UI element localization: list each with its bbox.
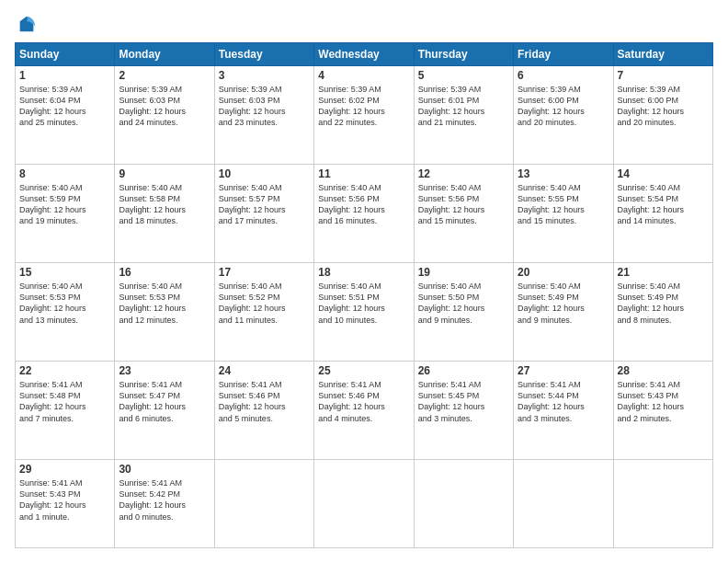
calendar-week-row: 22Sunrise: 5:41 AM Sunset: 5:48 PM Dayli… — [16, 362, 713, 460]
calendar-cell: 20Sunrise: 5:40 AM Sunset: 5:49 PM Dayli… — [514, 263, 613, 362]
cell-text: Sunrise: 5:39 AM Sunset: 6:00 PM Dayligh… — [618, 84, 709, 129]
calendar-day-header: Wednesday — [314, 43, 414, 66]
page: SundayMondayTuesdayWednesdayThursdayFrid… — [0, 0, 728, 563]
calendar-day-header: Monday — [115, 43, 214, 66]
calendar-cell: 1Sunrise: 5:39 AM Sunset: 6:04 PM Daylig… — [16, 66, 115, 165]
cell-text: Sunrise: 5:41 AM Sunset: 5:43 PM Dayligh… — [618, 379, 709, 424]
cell-text: Sunrise: 5:39 AM Sunset: 6:04 PM Dayligh… — [19, 84, 110, 129]
calendar-header-row: SundayMondayTuesdayWednesdayThursdayFrid… — [16, 43, 713, 66]
calendar-cell: 6Sunrise: 5:39 AM Sunset: 6:00 PM Daylig… — [514, 66, 613, 165]
cell-text: Sunrise: 5:41 AM Sunset: 5:45 PM Dayligh… — [418, 379, 509, 424]
day-number: 11 — [318, 167, 409, 180]
calendar-cell: 29Sunrise: 5:41 AM Sunset: 5:43 PM Dayli… — [16, 460, 115, 548]
day-number: 23 — [119, 364, 210, 377]
calendar-day-header: Thursday — [414, 43, 513, 66]
day-number: 25 — [318, 364, 409, 377]
calendar-cell: 4Sunrise: 5:39 AM Sunset: 6:02 PM Daylig… — [314, 66, 414, 165]
day-number: 14 — [618, 167, 709, 180]
cell-text: Sunrise: 5:40 AM Sunset: 5:58 PM Dayligh… — [119, 182, 210, 227]
calendar-week-row: 15Sunrise: 5:40 AM Sunset: 5:53 PM Dayli… — [16, 263, 713, 362]
calendar-week-row: 1Sunrise: 5:39 AM Sunset: 6:04 PM Daylig… — [16, 66, 713, 165]
calendar-cell — [414, 460, 513, 548]
cell-text: Sunrise: 5:40 AM Sunset: 5:56 PM Dayligh… — [418, 182, 509, 227]
calendar-cell: 21Sunrise: 5:40 AM Sunset: 5:49 PM Dayli… — [613, 263, 712, 362]
day-number: 18 — [318, 266, 409, 279]
calendar-cell — [613, 460, 712, 548]
day-number: 2 — [119, 69, 210, 82]
day-number: 15 — [19, 266, 110, 279]
calendar-cell: 28Sunrise: 5:41 AM Sunset: 5:43 PM Dayli… — [613, 362, 712, 460]
cell-text: Sunrise: 5:41 AM Sunset: 5:46 PM Dayligh… — [318, 379, 409, 424]
day-number: 27 — [518, 364, 609, 377]
calendar-body: 1Sunrise: 5:39 AM Sunset: 6:04 PM Daylig… — [16, 66, 713, 548]
calendar-cell: 18Sunrise: 5:40 AM Sunset: 5:51 PM Dayli… — [314, 263, 414, 362]
calendar-day-header: Saturday — [613, 43, 712, 66]
calendar-cell: 25Sunrise: 5:41 AM Sunset: 5:46 PM Dayli… — [314, 362, 414, 460]
calendar-day-header: Tuesday — [214, 43, 313, 66]
cell-text: Sunrise: 5:41 AM Sunset: 5:47 PM Dayligh… — [119, 379, 210, 424]
day-number: 30 — [119, 463, 210, 476]
cell-text: Sunrise: 5:39 AM Sunset: 6:03 PM Dayligh… — [119, 84, 210, 129]
calendar-cell: 11Sunrise: 5:40 AM Sunset: 5:56 PM Dayli… — [314, 165, 414, 263]
calendar-day-header: Friday — [514, 43, 613, 66]
cell-text: Sunrise: 5:40 AM Sunset: 5:55 PM Dayligh… — [518, 182, 609, 227]
day-number: 10 — [219, 167, 310, 180]
calendar-cell: 7Sunrise: 5:39 AM Sunset: 6:00 PM Daylig… — [613, 66, 712, 165]
day-number: 16 — [119, 266, 210, 279]
day-number: 21 — [618, 266, 709, 279]
header — [15, 15, 713, 35]
calendar-cell: 2Sunrise: 5:39 AM Sunset: 6:03 PM Daylig… — [115, 66, 214, 165]
calendar-cell — [214, 460, 313, 548]
calendar-day-header: Sunday — [16, 43, 115, 66]
calendar-cell: 26Sunrise: 5:41 AM Sunset: 5:45 PM Dayli… — [414, 362, 513, 460]
calendar-week-row: 29Sunrise: 5:41 AM Sunset: 5:43 PM Dayli… — [16, 460, 713, 548]
day-number: 17 — [219, 266, 310, 279]
cell-text: Sunrise: 5:40 AM Sunset: 5:56 PM Dayligh… — [318, 182, 409, 227]
cell-text: Sunrise: 5:41 AM Sunset: 5:43 PM Dayligh… — [19, 477, 110, 523]
day-number: 3 — [219, 69, 310, 82]
day-number: 29 — [19, 463, 110, 476]
calendar-cell — [514, 460, 613, 548]
cell-text: Sunrise: 5:39 AM Sunset: 6:00 PM Dayligh… — [518, 84, 609, 129]
calendar-cell: 10Sunrise: 5:40 AM Sunset: 5:57 PM Dayli… — [214, 165, 313, 263]
cell-text: Sunrise: 5:40 AM Sunset: 5:49 PM Dayligh… — [518, 281, 609, 326]
logo-icon — [17, 15, 37, 35]
cell-text: Sunrise: 5:40 AM Sunset: 5:49 PM Dayligh… — [618, 281, 709, 326]
day-number: 5 — [418, 69, 509, 82]
day-number: 26 — [418, 364, 509, 377]
day-number: 22 — [19, 364, 110, 377]
calendar-cell: 15Sunrise: 5:40 AM Sunset: 5:53 PM Dayli… — [16, 263, 115, 362]
cell-text: Sunrise: 5:40 AM Sunset: 5:51 PM Dayligh… — [318, 281, 409, 326]
calendar-week-row: 8Sunrise: 5:40 AM Sunset: 5:59 PM Daylig… — [16, 165, 713, 263]
calendar-table: SundayMondayTuesdayWednesdayThursdayFrid… — [15, 42, 713, 548]
calendar-cell: 23Sunrise: 5:41 AM Sunset: 5:47 PM Dayli… — [115, 362, 214, 460]
cell-text: Sunrise: 5:39 AM Sunset: 6:01 PM Dayligh… — [418, 84, 509, 129]
calendar-cell: 14Sunrise: 5:40 AM Sunset: 5:54 PM Dayli… — [613, 165, 712, 263]
cell-text: Sunrise: 5:39 AM Sunset: 6:03 PM Dayligh… — [219, 84, 310, 129]
day-number: 19 — [418, 266, 509, 279]
day-number: 1 — [19, 69, 110, 82]
day-number: 4 — [318, 69, 409, 82]
cell-text: Sunrise: 5:40 AM Sunset: 5:54 PM Dayligh… — [618, 182, 709, 227]
cell-text: Sunrise: 5:41 AM Sunset: 5:46 PM Dayligh… — [219, 379, 310, 424]
day-number: 12 — [418, 167, 509, 180]
calendar-cell: 19Sunrise: 5:40 AM Sunset: 5:50 PM Dayli… — [414, 263, 513, 362]
day-number: 20 — [518, 266, 609, 279]
cell-text: Sunrise: 5:40 AM Sunset: 5:52 PM Dayligh… — [219, 281, 310, 326]
cell-text: Sunrise: 5:40 AM Sunset: 5:59 PM Dayligh… — [19, 182, 110, 227]
calendar-cell: 5Sunrise: 5:39 AM Sunset: 6:01 PM Daylig… — [414, 66, 513, 165]
calendar-cell: 3Sunrise: 5:39 AM Sunset: 6:03 PM Daylig… — [214, 66, 313, 165]
calendar-cell: 22Sunrise: 5:41 AM Sunset: 5:48 PM Dayli… — [16, 362, 115, 460]
calendar-cell: 13Sunrise: 5:40 AM Sunset: 5:55 PM Dayli… — [514, 165, 613, 263]
cell-text: Sunrise: 5:41 AM Sunset: 5:44 PM Dayligh… — [518, 379, 609, 424]
calendar-cell: 12Sunrise: 5:40 AM Sunset: 5:56 PM Dayli… — [414, 165, 513, 263]
day-number: 24 — [219, 364, 310, 377]
logo — [15, 15, 37, 35]
day-number: 6 — [518, 69, 609, 82]
calendar-cell — [314, 460, 414, 548]
cell-text: Sunrise: 5:40 AM Sunset: 5:53 PM Dayligh… — [19, 281, 110, 326]
cell-text: Sunrise: 5:41 AM Sunset: 5:48 PM Dayligh… — [19, 379, 110, 424]
day-number: 8 — [19, 167, 110, 180]
day-number: 28 — [618, 364, 709, 377]
calendar-cell: 8Sunrise: 5:40 AM Sunset: 5:59 PM Daylig… — [16, 165, 115, 263]
